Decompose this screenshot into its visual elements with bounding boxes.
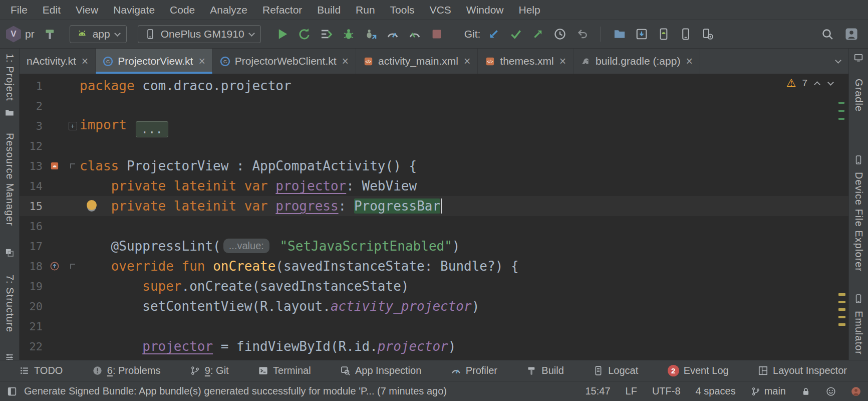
avd-button[interactable] (655, 26, 672, 43)
tab-projectorwebclient-kt[interactable]: CProjectorWebClient.kt× (213, 49, 356, 74)
line-number[interactable]: 22 (20, 340, 44, 353)
code-editor[interactable]: 1package com.draco.projector23+import ..… (20, 74, 848, 360)
tool-button-todo[interactable]: TODO (19, 365, 63, 376)
line-number[interactable]: 19 (20, 280, 44, 293)
code-line-13[interactable]: 13class ProjectorView : AppCompatActivit… (20, 156, 848, 176)
tab-activity-main-xml[interactable]: </>activity_main.xml× (356, 49, 478, 74)
code-line-17[interactable]: 17 @SuppressLint(...value: "SetJavaScrip… (20, 236, 848, 256)
line-number[interactable]: 2 (20, 100, 44, 112)
search-button[interactable] (819, 26, 836, 43)
tab-build-gradle-app[interactable]: build.gradle (:app)× (573, 49, 700, 74)
folder-icon[interactable] (5, 108, 15, 120)
git-branch-widget[interactable]: main (751, 385, 786, 397)
commit-button[interactable] (507, 26, 524, 43)
line-number[interactable]: 14 (20, 180, 44, 192)
menu-code[interactable]: Code (162, 0, 202, 20)
line-number[interactable]: 1 (20, 80, 44, 92)
line-number[interactable]: 13 (20, 160, 44, 172)
gutter-android-gutter[interactable] (44, 161, 66, 171)
menu-tools[interactable]: Tools (383, 0, 422, 20)
emulator-icon[interactable] (853, 294, 863, 306)
line-number[interactable]: 3 (20, 120, 44, 132)
apply-changes-button[interactable] (296, 26, 313, 43)
stop-button[interactable] (428, 26, 445, 43)
line-number[interactable]: 16 (20, 220, 44, 233)
line-number[interactable]: 18 (20, 260, 44, 273)
fold-marker[interactable] (66, 264, 80, 269)
tool-button-app-inspection[interactable]: App Inspection (340, 365, 421, 376)
device-selector[interactable]: OnePlus GM1910 (138, 25, 261, 43)
prev-highlight-button[interactable] (813, 81, 821, 86)
line-number[interactable]: 12 (20, 140, 44, 152)
tab-themes-xml[interactable]: </>themes.xml× (478, 49, 573, 74)
close-icon[interactable]: × (559, 56, 566, 67)
profile-avatar[interactable] (851, 386, 861, 396)
close-icon[interactable]: × (342, 56, 349, 67)
tool-stripe-gradle[interactable]: Gradle (853, 79, 864, 112)
tab-nactivity-kt[interactable]: nActivity.kt× (20, 49, 96, 74)
fold-marker[interactable]: + (66, 122, 80, 130)
tool-stripe-emulator[interactable]: Emulator (853, 311, 864, 355)
menu-edit[interactable]: Edit (35, 0, 68, 20)
history-button[interactable] (551, 26, 568, 43)
run-button[interactable] (274, 26, 291, 43)
build-button[interactable] (42, 26, 59, 43)
feedback-smiley-icon[interactable] (826, 386, 836, 396)
menu-help[interactable]: Help (511, 0, 548, 20)
menu-refactor[interactable]: Refactor (255, 0, 310, 20)
attach-debugger-button[interactable] (362, 26, 379, 43)
gutter-override-gutter[interactable] (44, 261, 66, 271)
code-line-22[interactable]: 22 projector = findViewById(R.id.project… (20, 336, 848, 356)
hidden-tabs-button[interactable] (828, 49, 848, 74)
close-icon[interactable]: × (198, 56, 205, 67)
menu-vcs[interactable]: VCS (422, 0, 459, 20)
tool-button-profiler[interactable]: Profiler (451, 365, 497, 376)
monitor-icon[interactable] (853, 53, 863, 65)
sdk-button[interactable] (633, 26, 650, 43)
tool-button-build[interactable]: Build (526, 365, 563, 376)
close-icon[interactable]: × (82, 56, 88, 67)
code-line-3[interactable]: 3+import ... (20, 116, 848, 136)
profile-restart-button[interactable] (406, 26, 423, 43)
tool-button-terminal[interactable]: Terminal (258, 365, 311, 376)
close-icon[interactable]: × (686, 56, 692, 67)
pair-button[interactable] (699, 26, 716, 43)
code-line-21[interactable]: 21 (20, 316, 848, 336)
tool-button-problems[interactable]: 6: Problems (92, 365, 161, 376)
menu-navigate[interactable]: Navigate (106, 0, 162, 20)
code-line-19[interactable]: 19 super.onCreate(savedInstanceState) (20, 276, 848, 296)
tool-button-git[interactable]: 9: Git (190, 365, 229, 376)
push-button[interactable] (529, 26, 546, 43)
line-number[interactable]: 20 (20, 300, 44, 313)
status-message[interactable]: Generate Signed Bundle: App bundle(s) ge… (24, 385, 575, 397)
menu-file[interactable]: File (3, 0, 35, 20)
debug-button[interactable] (340, 26, 357, 43)
structure-button[interactable] (611, 26, 628, 43)
tab-projectorview-kt[interactable]: CProjectorView.kt× (96, 49, 213, 74)
line-ending-widget[interactable]: LF (626, 385, 637, 397)
code-line-16[interactable]: 16 (20, 216, 848, 236)
line-number[interactable]: 15 (20, 200, 44, 213)
code-line-15[interactable]: 15 private lateinit var progress: Progre… (20, 196, 848, 216)
tool-button-event-log[interactable]: 2Event Log (668, 365, 729, 376)
device-manager-button[interactable] (677, 26, 694, 43)
profiler-button[interactable] (384, 26, 401, 43)
device-file-explorer-icon[interactable] (853, 155, 863, 167)
code-line-2[interactable]: 2 (20, 96, 848, 116)
apply-code-button[interactable] (318, 26, 335, 43)
menu-analyze[interactable]: Analyze (202, 0, 255, 20)
module-selector[interactable]: app (70, 25, 127, 43)
user-button[interactable] (843, 26, 860, 43)
fold-marker[interactable] (66, 163, 80, 168)
code-line-18[interactable]: 18 override fun onCreate(savedInstanceSt… (20, 256, 848, 276)
menu-run[interactable]: Run (348, 0, 383, 20)
indent-widget[interactable]: 4 spaces (696, 385, 736, 397)
tool-button-logcat[interactable]: Logcat (593, 365, 638, 376)
tool-stripe-structure[interactable]: 7: Structure (4, 275, 16, 332)
rollback-button[interactable] (573, 26, 591, 43)
tool-button-layout-inspector[interactable]: Layout Inspector (758, 365, 847, 376)
tool-stripe-project[interactable]: 1: Project (4, 54, 16, 101)
menu-build[interactable]: Build (310, 0, 348, 20)
layers-icon[interactable] (5, 248, 15, 260)
line-number[interactable]: 17 (20, 240, 44, 253)
